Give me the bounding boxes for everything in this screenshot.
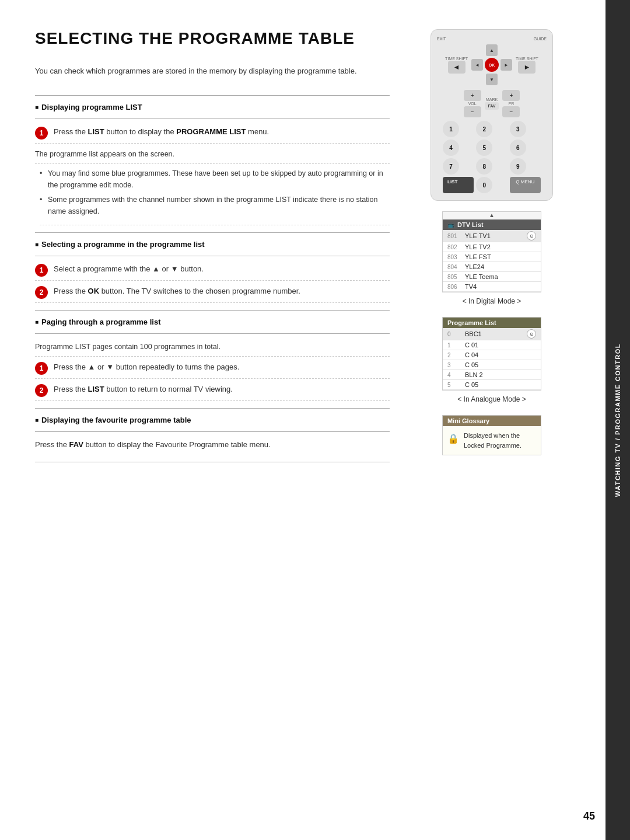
- section-2-title: Selecting a programme in the programme l…: [41, 240, 205, 249]
- dtv-num-5: 805: [447, 274, 465, 280]
- prog-num-1: 1: [447, 342, 465, 348]
- step-2-1: 1 Select a programme with the ▲ or ▼ but…: [35, 263, 390, 281]
- dtv-list-arrow: ▲: [443, 212, 541, 218]
- pr-minus-btn[interactable]: −: [502, 106, 520, 117]
- mini-glossary-text: Displayed when the Locked Programme.: [464, 431, 536, 450]
- pr-plus-btn[interactable]: +: [502, 90, 520, 101]
- lock-icon: 🔒: [447, 432, 459, 446]
- btn-3[interactable]: 3: [510, 121, 526, 137]
- dtv-name-6: TV4: [465, 283, 536, 290]
- prog-num-4: 4: [447, 372, 465, 378]
- dtv-row-4[interactable]: 804 YLE24: [443, 262, 541, 272]
- nav-up-btn[interactable]: ▲: [486, 44, 498, 56]
- mark-label: MARK: [486, 97, 498, 102]
- sidebar-text: WATCHING TV / PROGRAMME CONTROL: [614, 343, 621, 497]
- step-circle-2-2: 2: [35, 286, 48, 299]
- step-2-2: 2 Press the OK button. The TV switches t…: [35, 285, 390, 303]
- dtv-row-6[interactable]: 806 TV4: [443, 282, 541, 292]
- intro-text: You can check which programmes are store…: [35, 65, 390, 78]
- btn-7[interactable]: 7: [443, 158, 459, 175]
- dtv-name-5: YLE Teema: [465, 273, 536, 280]
- vol-fav-pr-row: + VOL − MARK FAV + PR −: [437, 90, 547, 117]
- dtv-name-3: YLE FST: [465, 253, 536, 260]
- step-circle-1: 1: [35, 127, 48, 140]
- divider-9: [35, 462, 390, 462]
- time-shift-left-label: TIME SHIFT: [445, 57, 468, 61]
- bold-fav: FAV: [69, 440, 83, 449]
- nav-down-btn[interactable]: ▼: [486, 74, 498, 85]
- btn-9[interactable]: 9: [510, 158, 526, 175]
- btn-6[interactable]: 6: [510, 140, 526, 156]
- dtv-row-1[interactable]: 801 YLE TV1 ⊙: [443, 230, 541, 242]
- digital-mode-label: < In Digital Mode >: [413, 297, 570, 305]
- pr-col: + PR −: [502, 90, 520, 117]
- dtv-row-5[interactable]: 805 YLE Teema: [443, 272, 541, 282]
- dtv-row-2[interactable]: 802 YLE TV2: [443, 242, 541, 252]
- btn-2[interactable]: 2: [476, 121, 492, 137]
- page-container: SELECTING THE PROGRAMME TABLE You can ch…: [0, 0, 630, 840]
- divider-2: [35, 118, 390, 119]
- step-1-1-text: Press the LIST button to display the PRO…: [54, 126, 390, 138]
- remote-diagram: EXIT GUIDE TIME SHIFT ◄ ▲: [413, 29, 570, 201]
- vol-plus-btn[interactable]: +: [464, 90, 481, 101]
- vol-label: VOL: [468, 102, 477, 106]
- prog-row-4[interactable]: 4 BLN 2: [443, 370, 541, 380]
- prog-name-5: C 05: [465, 381, 536, 388]
- step-1-1: 1 Press the LIST button to display the P…: [35, 126, 390, 144]
- dtv-name-2: YLE TV2: [465, 243, 536, 250]
- section-3-title: Paging through a programme list: [41, 318, 160, 326]
- divider-5: [35, 310, 390, 311]
- step-3-2-text: Press the LIST button to return to norma…: [54, 384, 390, 396]
- btn-1[interactable]: 1: [443, 121, 459, 137]
- prog-row-2[interactable]: 2 C 04: [443, 350, 541, 360]
- section-header-3: Paging through a programme list: [35, 318, 390, 326]
- left-column: SELECTING THE PROGRAMME TABLE You can ch…: [35, 29, 390, 469]
- nav-cross: ▲ ▼ ◄ ► OK: [471, 44, 512, 85]
- programme-list-title: Programme List: [447, 319, 496, 326]
- dtv-num-6: 806: [447, 284, 465, 290]
- number-buttons-grid: 1 2 3 4 5 6 7 8 9 LIST 0 Q.MENU: [437, 121, 547, 193]
- nav-right-btn[interactable]: ►: [501, 59, 512, 71]
- mini-glossary-header: Mini Glossary: [443, 416, 541, 426]
- right-column: EXIT GUIDE TIME SHIFT ◄ ▲: [413, 29, 570, 469]
- page-number: 45: [583, 810, 595, 822]
- prog-name-1: C 01: [465, 341, 536, 348]
- dtv-num-2: 802: [447, 244, 465, 250]
- mini-glossary-body: 🔒 Displayed when the Locked Programme.: [443, 426, 541, 455]
- divider-8: [35, 431, 390, 432]
- time-shift-right-col: TIME SHIFT ►: [516, 57, 538, 74]
- bold-ok: OK: [88, 287, 100, 295]
- btn-5[interactable]: 5: [476, 140, 492, 156]
- list-btn[interactable]: LIST: [443, 177, 474, 193]
- exit-label: EXIT: [437, 37, 446, 41]
- ok-btn[interactable]: OK: [485, 58, 499, 72]
- remote-control: EXIT GUIDE TIME SHIFT ◄ ▲: [430, 29, 553, 201]
- prog-row-0[interactable]: 0 BBC1 ⊙: [443, 328, 541, 340]
- btn-8[interactable]: 8: [476, 158, 492, 175]
- fav-btn[interactable]: FAV: [485, 102, 499, 110]
- dtv-list-panel: ▲ 📺 DTV List 801 YLE TV1 ⊙ 802 YLE TV2: [442, 211, 541, 292]
- divider-7: [35, 408, 390, 409]
- bold-list-1: LIST: [88, 127, 104, 136]
- dtv-name-1: YLE TV1: [465, 232, 527, 239]
- dtv-icon-1: ⊙: [527, 231, 536, 241]
- time-shift-left-btn[interactable]: ◄: [448, 61, 466, 74]
- prog-row-3[interactable]: 3 C 05: [443, 360, 541, 370]
- prog-num-0: 0: [447, 331, 465, 337]
- bold-list-2: LIST: [88, 385, 104, 393]
- step-3-1-text: Press the ▲ or ▼ button repeatedly to tu…: [54, 361, 390, 374]
- nav-left-btn[interactable]: ◄: [471, 59, 483, 71]
- paging-intro: Programme LIST pages contain 100 program…: [35, 341, 390, 357]
- vol-minus-btn[interactable]: −: [464, 106, 481, 117]
- time-shift-right-label: TIME SHIFT: [516, 57, 538, 61]
- nav-row: TIME SHIFT ◄ ▲ ▼ ◄ ► OK: [445, 44, 538, 85]
- prog-row-1[interactable]: 1 C 01: [443, 340, 541, 350]
- qmenu-btn[interactable]: Q.MENU: [510, 177, 541, 193]
- time-shift-right-btn[interactable]: ►: [518, 61, 536, 74]
- btn-0[interactable]: 0: [476, 177, 492, 193]
- section-header-1: Displaying programme LIST: [35, 103, 390, 111]
- prog-row-5[interactable]: 5 C 05: [443, 380, 541, 390]
- btn-4[interactable]: 4: [443, 140, 459, 156]
- dtv-row-3[interactable]: 803 YLE FST: [443, 252, 541, 262]
- prog-name-0: BBC1: [465, 330, 527, 337]
